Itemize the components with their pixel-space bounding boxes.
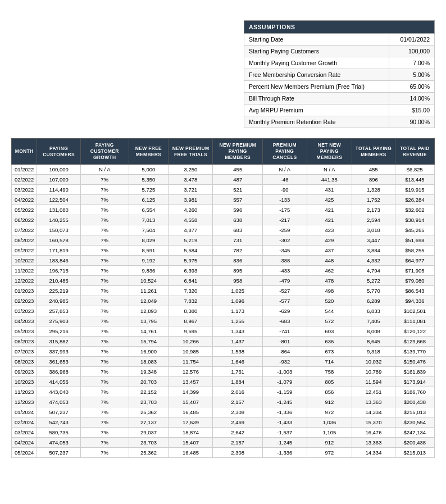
table-cell: 474,053 (37, 438, 81, 448)
assumption-value: $15.00 (389, 105, 435, 116)
table-cell: 455 (213, 165, 263, 175)
assumption-row: Percent New Members Premium (Free Trial)… (244, 81, 435, 93)
table-cell: 636 (307, 337, 352, 347)
table-cell: 15,407 (169, 438, 213, 448)
table-cell: 15,794 (129, 337, 169, 347)
table-cell: 10/2022 (12, 256, 37, 266)
table-cell: 6,289 (352, 296, 395, 306)
table-cell: $58,255 (395, 246, 434, 256)
table-cell: 150,073 (37, 225, 81, 235)
table-cell: 131,080 (37, 205, 81, 215)
table-row: 02/2023240,9857%12,0497,8321,096-5775206… (12, 296, 435, 306)
table-cell: $45,265 (395, 225, 434, 235)
table-cell: 25,362 (129, 407, 169, 417)
table-cell: 337,993 (37, 347, 81, 357)
table-cell: 7% (80, 438, 129, 448)
assumption-label: Monthly Premium Retention Rate (244, 116, 389, 128)
table-cell: $6,825 (395, 165, 434, 175)
table-cell: 431 (307, 185, 352, 195)
table-cell: 140,255 (37, 215, 81, 225)
assumption-row: Free Membership Conversion Rate5.00% (244, 69, 435, 81)
table-cell: 16,900 (129, 347, 169, 357)
table-cell: 3,981 (169, 195, 213, 205)
table-cell: 425 (307, 195, 352, 205)
table-cell: 507,237 (37, 407, 81, 417)
table-cell: 7% (80, 306, 129, 316)
assumption-value: 65.00% (389, 81, 435, 93)
table-cell: 3,447 (352, 235, 395, 246)
table-cell: 7% (80, 266, 129, 276)
table-cell: -133 (263, 195, 307, 205)
assumption-value: 01/01/2022 (389, 34, 435, 46)
table-row: 07/2022150,0737%7,5044,877683-2594233,01… (12, 225, 435, 235)
table-cell: $215,013 (395, 448, 434, 458)
table-cell: $173,914 (395, 377, 434, 387)
table-cell: 361,653 (37, 357, 81, 367)
table-cell: 836 (213, 256, 263, 266)
table-cell: 7% (80, 387, 129, 397)
table-cell: 100,000 (37, 165, 81, 175)
table-row: 07/2023337,9937%16,90010,9851,538-864673… (12, 347, 435, 357)
table-cell: 210,485 (37, 276, 81, 286)
table-cell: 7% (80, 205, 129, 215)
table-cell: 23,703 (129, 397, 169, 407)
table-cell: -175 (263, 205, 307, 215)
table-cell: 1,761 (213, 367, 263, 377)
table-cell: 758 (307, 367, 352, 377)
table-cell: 15,370 (352, 417, 395, 428)
table-cell: 03/2024 (12, 428, 37, 438)
table-cell: 7,013 (129, 215, 169, 225)
main-data-table: MONTHPAYING CUSTOMERSPAYING CUSTOMER GRO… (11, 138, 435, 458)
table-cell: 16,476 (352, 428, 395, 438)
table-row: 06/2023315,8827%15,79410,2661,437-801636… (12, 337, 435, 347)
table-cell: 972 (307, 448, 352, 458)
table-cell: 2,173 (352, 205, 395, 215)
table-cell: 8,967 (169, 316, 213, 326)
table-cell: 171,819 (37, 246, 81, 256)
table-cell: 12/2022 (12, 276, 37, 286)
table-cell: 544 (307, 306, 352, 316)
table-cell: 1,328 (352, 185, 395, 195)
table-cell: -801 (263, 337, 307, 347)
table-cell: 714 (307, 357, 352, 367)
table-row: 03/2023257,8537%12,8938,3801,173-6295446… (12, 306, 435, 316)
table-cell: 18,874 (169, 428, 213, 438)
table-row: 09/2023386,9687%19,34812,5761,761-1,0037… (12, 367, 435, 377)
table-cell: N / A (80, 165, 129, 175)
table-cell: 572 (307, 316, 352, 326)
table-row: 01/2023225,2197%11,2617,3201,025-5274985… (12, 286, 435, 296)
assumption-label: Percent New Members Premium (Free Trial) (244, 81, 389, 93)
table-cell: -864 (263, 347, 307, 357)
table-cell: $79,080 (395, 276, 434, 286)
table-row: 05/2024507,2377%25,36216,4852,308-1,3369… (12, 448, 435, 458)
table-cell: 01/2023 (12, 286, 37, 296)
table-cell: 7% (80, 357, 129, 367)
table-cell: 196,715 (37, 266, 81, 276)
table-cell: 10,524 (129, 276, 169, 286)
table-cell: 7% (80, 215, 129, 225)
table-cell: 02/2022 (12, 175, 37, 185)
table-cell: 160,578 (37, 235, 81, 246)
table-cell: 10,032 (352, 357, 395, 367)
table-cell: 6,125 (129, 195, 169, 205)
table-cell: $13,445 (395, 175, 434, 185)
table-cell: 08/2023 (12, 357, 37, 367)
assumption-value: 14.00% (389, 93, 435, 105)
table-cell: 107,000 (37, 175, 81, 185)
table-cell: 478 (307, 276, 352, 286)
table-cell: $71,905 (395, 266, 434, 276)
table-cell: 421 (307, 205, 352, 215)
table-cell: 9,318 (352, 347, 395, 357)
assumption-label: Starting Paying Customers (244, 46, 389, 57)
table-cell: -433 (263, 266, 307, 276)
assumption-label: Starting Date (244, 34, 389, 46)
assumptions-table: ASSUMPTIONSStarting Date01/01/2022Starti… (244, 20, 435, 128)
table-cell: 7% (80, 397, 129, 407)
table-cell: 3,884 (352, 246, 395, 256)
table-cell: 11/2022 (12, 266, 37, 276)
table-cell: 02/2024 (12, 417, 37, 428)
table-cell: -479 (263, 276, 307, 286)
table-cell: 1,343 (213, 326, 263, 337)
table-cell: 557 (213, 195, 263, 205)
table-cell: -1,159 (263, 387, 307, 397)
